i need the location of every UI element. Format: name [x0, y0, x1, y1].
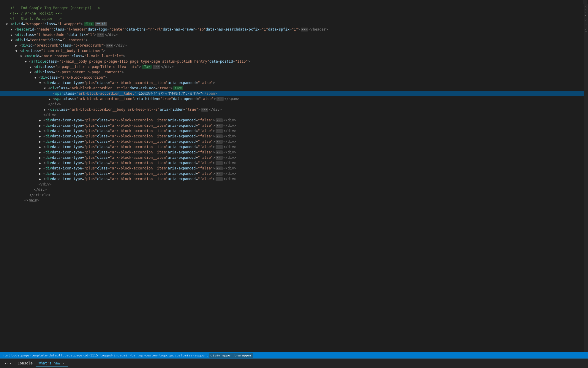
toggle-arrow[interactable]: [39, 172, 43, 175]
toggle-arrow[interactable]: [39, 81, 43, 85]
ellipsis-button[interactable]: ···: [106, 44, 113, 47]
tree-line[interactable]: </article>: [0, 192, 588, 198]
toggle-arrow[interactable]: [49, 97, 53, 101]
toggle-arrow[interactable]: [39, 119, 43, 122]
tree-line[interactable]: <div data-icon-type="plus" class="ark-bl…: [0, 150, 588, 155]
tree-line[interactable]: </div>: [0, 112, 588, 118]
tree-line[interactable]: <div data-icon-type="plus" class="ark-bl…: [0, 118, 588, 123]
toggle-arrow[interactable]: [39, 135, 43, 138]
menu-dots-button[interactable]: ···: [2, 361, 13, 366]
flex-badge[interactable]: flex: [142, 65, 152, 69]
ellipsis-button[interactable]: ···: [201, 108, 208, 112]
tree-line[interactable]: <div class="l-content__body l-container"…: [0, 48, 588, 53]
tree-line[interactable]: </main>: [0, 198, 588, 203]
tree-line[interactable]: <div class="ark-block-accordion__title" …: [0, 85, 588, 91]
ellipsis-button[interactable]: ···: [301, 28, 308, 31]
tag-name: div: [36, 65, 42, 69]
tag-open-punct: <: [48, 86, 50, 90]
breadcrumb-body[interactable]: body.page-template-default.page.page-id-…: [12, 353, 208, 357]
flex-badge[interactable]: flex: [84, 22, 94, 26]
elements-tree[interactable]: <!-- End Google Tag Manager (noscript) -…: [0, 4, 588, 352]
toggle-arrow[interactable]: [25, 60, 29, 63]
toggle-arrow[interactable]: [39, 151, 43, 154]
tree-line[interactable]: <div data-icon-type="plus" class="ark-bl…: [0, 160, 588, 166]
tree-line[interactable]: <span class="ark-block-accordion__label"…: [0, 91, 588, 96]
breadcrumb-html[interactable]: html: [2, 353, 10, 357]
tree-line[interactable]: <div data-icon-type="plus" class="ark-bl…: [0, 166, 588, 171]
tree-line[interactable]: <div id="breadcrumb" class="p-breadcrumb…: [0, 43, 588, 48]
tree-line[interactable]: <div data-icon-type="plus" class="ark-bl…: [0, 155, 588, 160]
toggle-arrow[interactable]: [44, 87, 48, 90]
tree-line[interactable]: <div class="c-postContent p-page__conten…: [0, 69, 588, 75]
tag-close-bracket: >: [213, 139, 215, 144]
toggle-arrow[interactable]: [39, 145, 43, 149]
toggle-arrow[interactable]: [11, 33, 15, 37]
ellipsis-button[interactable]: ···: [216, 129, 223, 133]
tag-open-punct: <: [43, 145, 45, 149]
toggle-arrow[interactable]: [6, 23, 10, 26]
toggle-arrow[interactable]: [39, 140, 43, 143]
breadcrumb-div-wrapper[interactable]: div#wrapper.l-wrapper: [209, 353, 253, 358]
toggle-arrow[interactable]: [39, 167, 43, 170]
tree-line[interactable]: <div id="wrapper" class="l-wrapper">flex…: [0, 21, 588, 27]
ellipsis-button[interactable]: ···: [216, 156, 223, 160]
ellipsis-button[interactable]: ···: [216, 166, 223, 170]
tree-line[interactable]: <div data-icon-type="plus" class="ark-bl…: [0, 80, 588, 85]
toggle-arrow[interactable]: [39, 156, 43, 159]
tree-line[interactable]: <header id="header" class="l-header" dat…: [0, 27, 588, 32]
ellipsis-button[interactable]: ···: [216, 134, 223, 138]
tag-close-bracket: >: [103, 49, 105, 53]
toggle-arrow[interactable]: [39, 129, 43, 133]
tree-line[interactable]: <div class="l-headerUnder" data-fix="1">…: [0, 32, 588, 37]
ellipsis-button[interactable]: ···: [216, 177, 223, 181]
ellipsis-button[interactable]: ···: [216, 97, 224, 101]
tree-line[interactable]: <div class="ark-block-accordion">: [0, 75, 588, 80]
tree-line[interactable]: </div>: [0, 182, 588, 187]
ellipsis-button[interactable]: ···: [216, 150, 223, 154]
tree-line[interactable]: <!-- / Arkhe Toolkit -->: [0, 11, 588, 16]
tree-line[interactable]: <div data-icon-type="plus" class="ark-bl…: [0, 139, 588, 144]
toggle-arrow[interactable]: [39, 161, 43, 165]
toggle-arrow[interactable]: [39, 124, 43, 127]
ellipsis-button[interactable]: ···: [153, 65, 160, 69]
tree-line[interactable]: <span class="ark-block-accordion__icon" …: [0, 96, 588, 101]
tree-line[interactable]: <div data-icon-type="plus" class="ark-bl…: [0, 144, 588, 150]
tree-line[interactable]: <div id="content" class="l-content">: [0, 37, 588, 43]
dollar-badge: == $0: [95, 22, 107, 26]
ellipsis-button[interactable]: ···: [216, 161, 223, 165]
tree-line[interactable]: <!-- End Google Tag Manager (noscript) -…: [0, 5, 588, 11]
toggle-arrow[interactable]: [11, 39, 15, 42]
toggle-arrow[interactable]: [15, 44, 20, 47]
ellipsis-button[interactable]: ···: [216, 140, 223, 144]
tree-line[interactable]: <div data-icon-type="plus" class="ark-bl…: [0, 128, 588, 134]
tab-whats-new-close[interactable]: ✕: [62, 361, 65, 365]
toggle-arrow[interactable]: [39, 177, 43, 181]
tree-line[interactable]: <div data-icon-type="plus" class="ark-bl…: [0, 123, 588, 128]
ellipsis-button[interactable]: ···: [216, 172, 223, 176]
toggle-arrow[interactable]: [34, 76, 39, 79]
ellipsis-button[interactable]: ···: [97, 33, 104, 37]
toggle-arrow[interactable]: [11, 28, 15, 31]
tab-whats-new[interactable]: What's new ✕: [36, 360, 68, 367]
tree-line[interactable]: <div data-icon-type="plus" class="ark-bl…: [0, 134, 588, 139]
toggle-arrow[interactable]: [15, 49, 20, 53]
ellipsis-button[interactable]: ···: [216, 145, 223, 149]
tree-line[interactable]: <!-- Start: #wrapper -->: [0, 16, 588, 21]
toggle-arrow[interactable]: [30, 71, 34, 74]
tree-line[interactable]: <div data-icon-type="plus" class="ark-bl…: [0, 171, 588, 176]
tree-line[interactable]: <main id="main_content" class="l-main l-…: [0, 53, 588, 59]
tree-line[interactable]: </div>: [0, 101, 588, 107]
toggle-arrow[interactable]: [30, 65, 34, 69]
flex-badge[interactable]: flex: [173, 86, 183, 90]
ellipsis-button[interactable]: ···: [216, 118, 223, 122]
tag-name: div: [41, 75, 47, 80]
tree-line[interactable]: <div class="p-page__title c-pageTitle u-…: [0, 64, 588, 69]
tree-line[interactable]: <div data-icon-type="plus" class="ark-bl…: [0, 176, 588, 182]
tab-console[interactable]: Console: [15, 360, 36, 367]
tree-line[interactable]: <article class="l-main__body p-page p-pa…: [0, 59, 588, 64]
tree-line[interactable]: <div class="ark-block-accordion__body ar…: [0, 107, 588, 112]
ellipsis-button[interactable]: ···: [216, 124, 223, 128]
toggle-arrow[interactable]: [20, 55, 24, 58]
toggle-arrow[interactable]: [44, 108, 48, 111]
tree-line[interactable]: </div>: [0, 187, 588, 192]
